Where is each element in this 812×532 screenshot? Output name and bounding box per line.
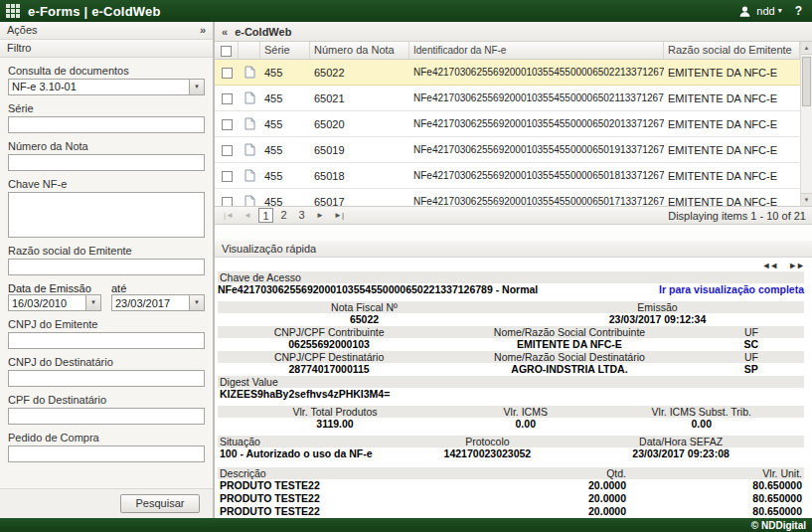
page-last-button[interactable]: ►| [331, 208, 347, 223]
column-header-serie[interactable]: Série [260, 42, 310, 59]
main-area: « e-ColdWeb Série Número da Nota Identif… [214, 22, 812, 518]
produto-descricao: PRODUTO TESTE22 [218, 505, 482, 518]
contrib-uf-value: SC [699, 338, 804, 351]
page-number-1[interactable]: 1 [258, 208, 273, 223]
pagination-status: Displaying items 1 - 10 of 21 [668, 210, 806, 222]
dest-nome-value: AGRO-INDSTRIA LTDA. [440, 363, 699, 376]
numero-nota-input[interactable] [8, 154, 205, 171]
select-all-checkbox[interactable] [221, 46, 232, 57]
app-menu-grid-icon[interactable] [6, 4, 20, 18]
select-all-cell [215, 42, 239, 59]
contrib-cnpj-value: 06255692000103 [218, 338, 440, 351]
column-header-numero[interactable]: Número da Nota [310, 42, 409, 59]
pedido-compra-input[interactable] [8, 445, 205, 462]
column-header-identificador[interactable]: Identificador da NF-e [409, 42, 664, 59]
app-title: e-Forms | e-ColdWeb [28, 4, 161, 19]
cpf-destinatario-label: CPF do Destinatário [8, 394, 205, 406]
pesquisar-button[interactable]: Pesquisar [120, 494, 200, 513]
page-first-button[interactable]: |◄ [221, 208, 237, 223]
scrollbar-thumb[interactable] [802, 57, 811, 106]
dest-uf-value: SP [699, 363, 804, 376]
help-button[interactable]: ? [795, 4, 802, 18]
copyright-link[interactable]: © NDDigital [751, 520, 806, 531]
document-icon[interactable] [244, 143, 255, 156]
collapse-panel-icon[interactable]: » [200, 22, 206, 39]
produto-qtd-header: Qtd. [482, 467, 629, 479]
user-name: ndd [756, 5, 774, 17]
serie-input[interactable] [8, 116, 205, 133]
cell-razao: EMITENTE DA NFC-E [664, 170, 800, 182]
product-row: PRODUTO TESTE22 20.0000 80.650000 [218, 479, 804, 492]
prev-document-icon[interactable]: ◄◄ [761, 261, 777, 270]
pedido-compra-label: Pedido de Compra [8, 432, 205, 443]
footer-bar: © NDDigital [0, 518, 812, 532]
product-row: PRODUTO TESTE22 20.0000 80.650000 [218, 492, 804, 505]
chave-nfe-textarea[interactable] [8, 192, 205, 238]
contrib-uf-label: UF [699, 326, 804, 338]
quick-view-panel: ◄◄ ►► Chave de Acesso NFe421703062556920… [215, 258, 812, 518]
cnpj-destinatario-label: CNPJ do Destinatário [8, 356, 205, 368]
document-type-value: NF-e 3.10-01 [12, 81, 77, 92]
document-icon[interactable] [244, 66, 255, 79]
document-icon[interactable] [244, 195, 255, 206]
table-row[interactable]: 455 65019 NFe421703062556920001035545500… [215, 137, 800, 163]
page-prev-button[interactable]: ◄ [240, 208, 255, 223]
nota-fiscal-value: 65022 [218, 313, 511, 326]
chave-acesso-label: Chave de Acesso [218, 271, 804, 283]
search-button-strip: Pesquisar [0, 488, 213, 518]
filter-section-header: Filtro [0, 40, 213, 58]
sefaz-value: 23/03/2017 09:23:08 [581, 447, 781, 460]
filter-sidebar: Ações » Filtro Consulta de documentos NF… [0, 22, 214, 518]
document-type-select[interactable]: NF-e 3.10-01 ▼ [8, 79, 205, 95]
vertical-scrollbar[interactable]: ▲ ▼ [800, 42, 812, 206]
quick-view-header: Visualização rápida [215, 241, 812, 258]
dropdown-arrow-icon[interactable]: ▼ [189, 80, 204, 94]
date-to-dropdown-icon[interactable]: ▼ [189, 295, 204, 310]
column-header-razao[interactable]: Razão social do Emitente [664, 42, 800, 59]
cnpj-emitente-label: CNPJ do Emitente [8, 318, 205, 330]
user-icon [738, 5, 751, 18]
page-number-2[interactable]: 2 [276, 208, 291, 223]
cell-numero: 65018 [310, 170, 409, 182]
next-document-icon[interactable]: ►► [788, 261, 804, 270]
cell-serie: 455 [260, 144, 310, 156]
document-icon[interactable] [244, 169, 255, 182]
row-checkbox[interactable] [222, 119, 233, 130]
document-icon[interactable] [244, 117, 255, 130]
row-checkbox[interactable] [222, 68, 233, 79]
cnpj-emitente-input[interactable] [8, 332, 205, 349]
table-row[interactable]: 455 65017 NFe421703062556920001035545500… [215, 189, 800, 206]
cnpj-destinatario-input[interactable] [8, 370, 205, 387]
date-from-dropdown-icon[interactable]: ▼ [85, 295, 100, 310]
digest-label: Digest Value [218, 376, 804, 388]
dest-uf-label: UF [699, 351, 804, 363]
page-number-3[interactable]: 3 [294, 208, 309, 223]
razao-emitente-input[interactable] [8, 259, 205, 275]
cell-razao: EMITENTE DA NFC-E [664, 67, 800, 79]
row-checkbox[interactable] [222, 93, 233, 104]
cell-identificador: NFe4217030625569200010355455000065020133… [409, 118, 664, 129]
cell-identificador: NFe4217030625569200010355455000065017133… [409, 196, 664, 206]
table-header-row: Série Número da Nota Identificador da NF… [215, 42, 800, 60]
table-row[interactable]: 455 65022 NFe421703062556920001035545500… [215, 60, 800, 86]
scroll-up-icon[interactable]: ▲ [801, 42, 812, 55]
user-menu[interactable]: ndd ▾ [756, 5, 781, 17]
full-view-link[interactable]: Ir para visualização completa [659, 283, 804, 296]
page-next-button[interactable]: ► [312, 208, 328, 223]
pagination-bar: |◄ ◄ 1 2 3 ► ►| Displaying items 1 - 10 … [215, 206, 812, 225]
document-icon[interactable] [244, 91, 255, 104]
table-row[interactable]: 455 65021 NFe421703062556920001035545500… [215, 86, 800, 111]
dest-nome-label: Nome/Razão Social Destinatário [440, 351, 699, 363]
contrib-nome-value: EMITENTE DA NFC-E [440, 338, 699, 351]
cell-razao: EMITENTE DA NFC-E [664, 92, 800, 104]
table-row[interactable]: 455 65020 NFe421703062556920001035545500… [215, 111, 800, 137]
row-checkbox[interactable] [222, 171, 233, 182]
cpf-destinatario-input[interactable] [8, 408, 205, 425]
collapse-sidebar-icon[interactable]: « [222, 26, 228, 38]
date-to-field: ▼ [111, 294, 205, 311]
digest-value: KIZEES9haBy2sefhvs4zPHKI3M4= [218, 388, 804, 401]
row-checkbox[interactable] [222, 145, 233, 156]
table-row[interactable]: 455 65018 NFe421703062556920001035545500… [215, 163, 800, 189]
row-checkbox[interactable] [222, 197, 233, 206]
scroll-down-icon[interactable]: ▼ [801, 193, 812, 206]
